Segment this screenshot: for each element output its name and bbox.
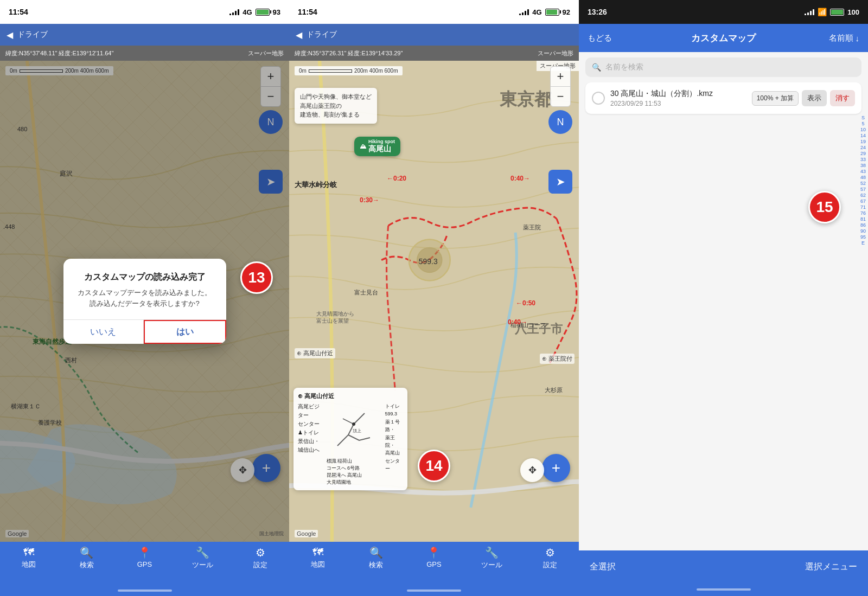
idx-62[interactable]: 62	[859, 193, 867, 198]
back-button-3[interactable]: もどる	[588, 33, 655, 43]
tab-search-1[interactable]: 🔍 検索	[58, 546, 116, 570]
tab-settings-1[interactable]: ⚙ 設定	[231, 546, 289, 570]
back-icon-2[interactable]: ◀	[296, 30, 302, 40]
idx-43[interactable]: 43	[859, 169, 867, 174]
dialog-ok-button[interactable]: はい	[144, 320, 226, 344]
status-bar-1: 11:54 4G 93	[0, 0, 289, 24]
idx-s[interactable]: S	[859, 115, 867, 120]
idx-90[interactable]: 90	[859, 228, 867, 234]
dialog-body: カスタムマップデータを読み込みました。読み込んだデータを表示しますか?	[74, 287, 215, 309]
idx-38[interactable]: 38	[859, 163, 867, 168]
idx-67[interactable]: 67	[859, 198, 867, 204]
back-icon-1[interactable]: ◀	[7, 30, 13, 40]
idx-71[interactable]: 71	[859, 204, 867, 210]
status-right-3: 📶 100	[805, 8, 859, 16]
sort-icon-3: ↓	[856, 34, 860, 43]
tab-tools-1[interactable]: 🔧 ツール	[174, 546, 232, 570]
route-time-0-20: ←0:20	[387, 175, 406, 182]
idx-24[interactable]: 24	[859, 145, 867, 150]
info-col3: トイレ599.3薬１号路・薬王院・高尾山センター	[385, 402, 403, 486]
select-menu-button[interactable]: 選択メニュー	[805, 561, 857, 573]
sort-label-3: 名前順	[829, 33, 853, 43]
idx-19[interactable]: 19	[859, 139, 867, 144]
tab-tools-2[interactable]: 🔧 ツール	[463, 546, 521, 570]
nav-title-3: カスタムマップ	[655, 32, 792, 44]
list-item-actions-0: 100% + 加算 表示 消す	[752, 90, 855, 106]
idx-14[interactable]: 14	[859, 133, 867, 138]
tab-map-2[interactable]: 🗺 地図	[289, 546, 347, 569]
move-fab-2[interactable]: ✥	[520, 458, 544, 482]
map-info-box: ⊕ 高尾山付近 高尾ビジターセンター♟トイレ景信山・城信山へ 頂上標識 稲荷山コ…	[293, 388, 407, 490]
tab-gps-2[interactable]: 📍 GPS	[405, 546, 463, 568]
zoom-out-button-2[interactable]: −	[551, 87, 570, 106]
time-2: 11:54	[298, 8, 317, 16]
list-item-name-0: 30 高尾山・城山（分割）.kmz	[610, 89, 746, 99]
dialog-title: カスタムマップの読み込み完了	[74, 272, 215, 283]
tab-map-1[interactable]: 🗺 地図	[0, 546, 58, 569]
gps-location-button-2[interactable]: ➤	[548, 170, 572, 194]
add-fab-2[interactable]: +	[542, 454, 570, 482]
battery-icon-2	[545, 9, 559, 16]
search-bar-3[interactable]: 🔍 名前を検索	[585, 57, 861, 77]
info-col1: 高尾ビジターセンター♟トイレ景信山・城信山へ	[298, 402, 322, 486]
top-nav-2: ◀ ドライブ	[289, 24, 579, 46]
tab-search-label-2: 検索	[369, 560, 383, 570]
tab-search-label-1: 検索	[80, 560, 94, 570]
idx-76[interactable]: 76	[859, 210, 867, 216]
home-indicator-1	[0, 585, 289, 596]
zoom-in-button-2[interactable]: +	[551, 67, 570, 86]
delete-button-0[interactable]: 消す	[830, 90, 855, 106]
scale-line-2	[309, 69, 352, 73]
compass-button-2[interactable]: N	[548, 110, 572, 134]
list-item-date-0: 2023/09/29 11:53	[610, 100, 746, 107]
tab-search-2[interactable]: 🔍 検索	[347, 546, 405, 570]
idx-86[interactable]: 86	[859, 222, 867, 228]
hiking-spot-marker: ⛰ Hiking spot 高尾山	[354, 137, 400, 156]
tab-gps-1[interactable]: 📍 GPS	[116, 546, 174, 568]
home-bar-3	[697, 588, 751, 591]
sort-button-3[interactable]: 名前順 ↓	[792, 33, 859, 43]
idx-95[interactable]: 95	[859, 234, 867, 240]
tab-gps-icon-2: 📍	[427, 546, 441, 559]
status-bar-2: 11:54 4G 92	[289, 0, 579, 24]
svg-text:頂上: 頂上	[353, 428, 361, 433]
search-icon-3: 🔍	[592, 63, 601, 72]
dialog-cancel-button[interactable]: いいえ	[63, 320, 144, 344]
coordinates-1: 緯度:N35°37'48.11" 経度:E139°12'11.64"	[5, 49, 113, 57]
hiking-mountain-name: 高尾山	[368, 144, 395, 154]
idx-e[interactable]: E	[859, 240, 867, 246]
badge-percent-0: 100% + 加算	[752, 91, 799, 106]
info-box-content: 高尾ビジターセンター♟トイレ景信山・城信山へ 頂上標識 稲荷山コースへ 6号路琵…	[298, 402, 403, 486]
search-placeholder-3: 名前を検索	[605, 62, 643, 72]
tab-settings-2[interactable]: ⚙ 設定	[521, 546, 579, 570]
idx-57[interactable]: 57	[859, 187, 867, 192]
battery-pct-1: 93	[273, 8, 280, 16]
tab-map-icon-1: 🗺	[23, 546, 34, 559]
tab-settings-label-1: 設定	[253, 560, 267, 570]
tab-settings-icon-2: ⚙	[545, 546, 555, 559]
list-checkbox-0[interactable]	[592, 92, 605, 105]
idx-5[interactable]: 5	[859, 121, 867, 126]
idx-29[interactable]: 29	[859, 151, 867, 156]
hiking-icon: ⛰	[360, 143, 366, 150]
map-type-2: スーパー地形	[538, 49, 573, 57]
battery-fill-1	[257, 10, 269, 15]
idx-33[interactable]: 33	[859, 157, 867, 162]
battery-pct-3: 100	[847, 8, 859, 16]
idx-81[interactable]: 81	[859, 216, 867, 222]
show-button-0[interactable]: 表示	[802, 90, 827, 106]
signal-icon-1	[229, 9, 239, 15]
idx-10[interactable]: 10	[859, 127, 867, 132]
home-bar-1	[118, 589, 172, 592]
custom-map-dialog: カスタムマップの読み込み完了 カスタムマップデータを読み込みました。読み込んだデ…	[63, 259, 226, 344]
signal-icon-3	[805, 9, 814, 15]
idx-52[interactable]: 52	[859, 181, 867, 186]
idx-48[interactable]: 48	[859, 175, 867, 180]
svg-point-5	[352, 422, 355, 426]
select-all-button[interactable]: 全選択	[590, 561, 805, 573]
battery-icon-1	[256, 9, 270, 16]
battery-fill-3	[831, 10, 843, 15]
search-wrap-3: 🔍 名前を検索	[579, 52, 868, 82]
home-bar-2	[407, 589, 461, 592]
route-time-0-40b: 0:40→	[508, 318, 527, 326]
